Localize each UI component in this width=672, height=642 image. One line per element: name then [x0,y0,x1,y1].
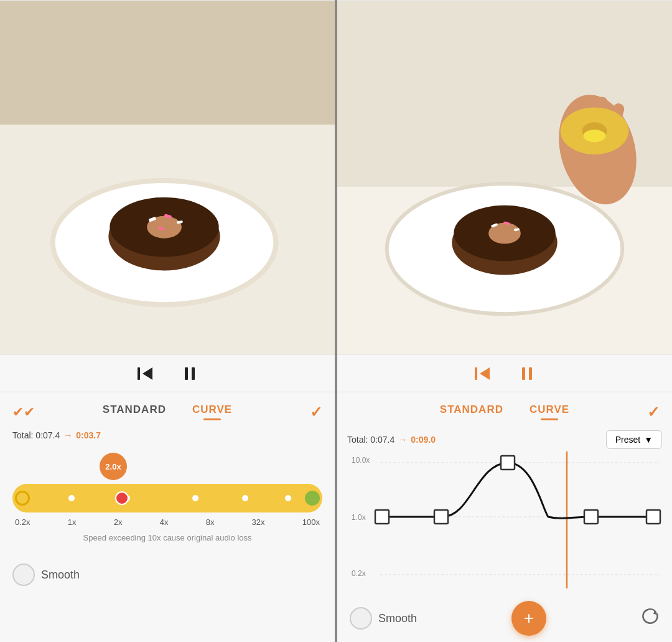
left-speed-track[interactable] [12,484,322,512]
curve-node-2[interactable] [434,510,448,524]
right-curve-chart[interactable]: 10.0x 1.0x 0.2x [337,451,672,591]
left-track-dot-3 [192,495,198,501]
right-smooth-row: Smooth [350,607,417,630]
left-skip-back-button[interactable] [135,364,155,384]
curve-node-3[interactable] [501,456,515,470]
left-speed-warning: Speed exceeding 10x cause original audio… [12,527,322,549]
speed-label-1: 1x [68,517,77,527]
left-standard-tab[interactable]: STANDARD [93,401,176,418]
speed-label-5: 32x [252,517,265,527]
right-curve-tab-group: CURVE [520,401,579,423]
svg-rect-1 [0,1,335,125]
left-speed-end-dot [305,491,320,506]
curve-svg: 10.0x 1.0x 0.2x [343,451,666,588]
right-add-button[interactable]: + [511,601,546,636]
left-speed-labels: 0.2x 1x 2x 4x 8x 32x 100x [12,512,322,527]
left-speed-bubble: 2.0x [100,453,127,480]
right-duration: Total: 0:07.4 → 0:09.0 [347,435,436,445]
right-duration-new: 0:09.0 [411,435,436,445]
left-smooth-row: Smooth [0,555,335,595]
left-smooth-label: Smooth [41,569,80,582]
left-panel: ✔✔ STANDARD CURVE ✓ Total: 0:07.4 → 0:03… [0,0,335,642]
left-double-check-icon: ✔✔ [12,404,35,420]
svg-rect-37 [529,367,532,380]
right-skip-back-button[interactable] [472,364,492,384]
left-track-dot-4 [242,495,248,501]
right-duration-preset-row: Total: 0:07.4 → 0:09.0 Preset ▼ [337,427,672,451]
speed-label-2: 2x [114,517,123,527]
left-curve-tab[interactable]: CURVE [182,401,242,418]
svg-rect-16 [192,367,195,380]
left-duration-new: 0:03.7 [76,430,101,440]
curve-node-5[interactable] [646,510,660,524]
svg-marker-35 [480,367,490,380]
speed-label-6: 100x [302,517,320,527]
right-duration-arrow: → [398,435,407,445]
right-smooth-label: Smooth [378,612,417,625]
right-playback-controls [337,355,672,392]
left-curve-tab-group: CURVE [182,401,242,423]
right-reset-button[interactable] [641,607,660,630]
right-panel: STANDARD CURVE ✓ Total: 0:07.4 → 0:09.0 … [337,0,672,642]
add-icon: + [524,608,534,628]
curve-node-1[interactable] [375,510,389,524]
speed-label-0: 0.2x [15,517,30,527]
svg-point-26 [584,130,606,142]
speed-label-3: 4x [160,517,169,527]
svg-rect-34 [475,367,477,380]
left-smooth-toggle[interactable] [12,564,35,586]
y-label-10x: 10.0x [352,456,370,465]
svg-rect-36 [522,367,525,380]
left-track-dot-5 [285,495,291,501]
left-playback-controls [0,355,335,392]
left-speed-start-dot [15,491,30,506]
speed-label-4: 8x [206,517,215,527]
y-label-1x: 1.0x [352,513,366,522]
right-smooth-toggle[interactable] [350,607,372,630]
left-check-icon[interactable]: ✓ [310,404,322,421]
right-curve-tab[interactable]: CURVE [520,401,579,418]
preset-label: Preset [615,435,640,445]
left-speed-thumb[interactable] [115,491,129,505]
preset-dropdown-icon: ▼ [644,435,653,445]
right-pause-button[interactable] [517,364,537,384]
right-tabs-row: STANDARD CURVE ✓ [337,392,672,427]
right-video-preview [337,0,672,355]
right-preset-button[interactable]: Preset ▼ [606,430,662,449]
right-total-label: Total: 0:07.4 [347,435,394,445]
right-standard-tab[interactable]: STANDARD [430,401,513,418]
left-video-preview [0,0,335,355]
svg-marker-14 [142,367,152,380]
left-total-label: Total: 0:07.4 [12,430,60,440]
left-tabs-row: ✔✔ STANDARD CURVE ✓ [0,392,335,427]
curve-node-4[interactable] [584,510,598,524]
right-standard-tab-group: STANDARD [430,401,513,423]
speed-curve-path [383,463,654,518]
svg-rect-13 [138,367,140,380]
left-duration-row: Total: 0:07.4 → 0:03.7 [0,427,335,446]
right-check-icon[interactable]: ✓ [647,404,660,421]
svg-rect-15 [185,367,188,380]
y-label-02x: 0.2x [352,569,366,578]
right-bottom-actions: Smooth + [337,595,672,642]
left-standard-tab-group: STANDARD [93,401,176,423]
left-track-dot-1 [68,495,75,501]
left-duration-arrow: → [63,430,72,440]
left-pause-button[interactable] [180,364,200,384]
left-speed-panel: 2.0x 0.2x 1x 2x 4x 8x 32x 100x Speed exc… [0,446,335,555]
